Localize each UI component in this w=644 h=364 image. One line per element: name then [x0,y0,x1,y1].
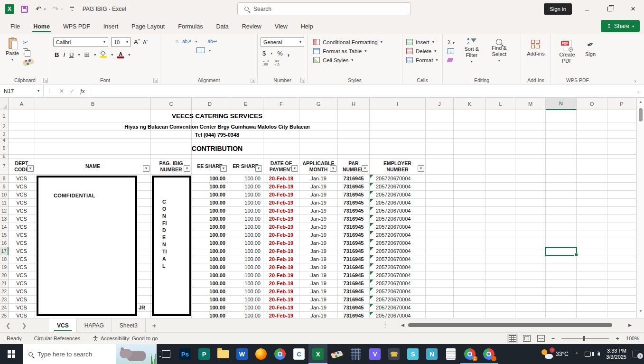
row-header-15[interactable]: 15 [0,231,9,239]
cell-E12[interactable]: 100.00 [228,207,263,215]
cell-G25[interactable]: Jan-19 [299,312,338,318]
cell-K6[interactable] [454,155,486,159]
sheet-tab-hapag[interactable]: HAPAG [77,318,112,332]
cell-G9[interactable]: Jan-19 [299,183,338,191]
bold-button[interactable]: B [55,51,59,58]
taskbar-app-publisher[interactable]: P [195,344,214,364]
cell-O10[interactable] [577,191,607,199]
cell-J24[interactable] [426,304,454,312]
redo-icon[interactable]: ↷ [53,5,59,13]
cell-K24[interactable] [454,304,486,312]
new-sheet-button[interactable]: + [146,318,163,332]
cell-O22[interactable] [577,288,607,296]
zoom-in-button[interactable]: + [616,335,619,342]
cell-B6[interactable] [35,155,151,159]
cell-F15[interactable]: 20-Feb-19 [263,231,299,239]
cell-E18[interactable]: 100.00 [228,255,263,263]
cell-E4[interactable] [228,139,263,142]
row-header-9[interactable]: 9 [0,183,9,191]
cell-I9[interactable]: 205720670004 [370,183,426,191]
cell-P3[interactable] [607,131,636,139]
cell-M11[interactable] [515,199,546,207]
hscroll-right-icon[interactable]: ▶ [628,323,632,327]
taskbar-app-chrome-c[interactable]: C [460,344,479,364]
underline-button[interactable]: U [69,51,74,58]
column-header-K[interactable]: K [454,98,486,110]
header-cell-G7[interactable]: APPLICABLEMONTH▼ [299,159,338,175]
row-header-10[interactable]: 10 [0,191,9,199]
cell-N4[interactable] [546,139,577,142]
cell-M24[interactable] [515,304,546,312]
cell-O15[interactable] [577,231,607,239]
notification-center-icon[interactable]: 1 [633,351,640,357]
cell-N10[interactable] [546,191,577,199]
find-select-button[interactable]: Find & Select▾ [487,37,512,65]
cell-F20[interactable]: 20-Feb-19 [263,271,299,280]
comma-style-button[interactable]: , [288,49,289,57]
sheet-grid[interactable]: ABCDEFGHIJKLMNOP 1234567DEPTCODE▼NAME▼PA… [0,98,644,318]
align-left-button[interactable] [164,49,166,51]
cell-F23[interactable]: 20-Feb-19 [263,296,299,304]
cell-N20[interactable] [546,271,577,280]
column-header-P[interactable]: P [607,98,636,110]
taskbar-app-notepad[interactable]: N [422,344,441,364]
cell-I24[interactable]: 205720670004 [370,304,426,312]
view-page-break-button[interactable] [537,335,545,342]
increase-indent-button[interactable] [187,49,189,51]
cell-O9[interactable] [577,183,607,191]
column-header-L[interactable]: L [486,98,515,110]
cell-A24[interactable]: VCS [9,304,35,312]
cell-E11[interactable]: 100.00 [228,199,263,207]
cell-K17[interactable] [454,247,486,255]
cell-J23[interactable] [426,296,454,304]
format-as-table-button[interactable]: Format as Table▾ [313,48,396,54]
cell-H13[interactable]: 7316945 [338,215,370,223]
cell-E19[interactable]: 100.00 [228,263,263,271]
formula-input[interactable] [89,84,633,97]
cell-A10[interactable]: VCS [9,191,35,199]
cell-C4[interactable] [151,139,192,142]
cell-A2[interactable] [9,122,35,131]
cell-F4[interactable] [263,139,299,142]
cell-I12[interactable]: 205720670004 [370,207,426,215]
copy-button[interactable] [23,48,28,54]
font-size-select[interactable]: 10▾ [111,37,131,47]
tab-wps-pdf[interactable]: WPS PDF [56,20,97,32]
cell-C6[interactable] [151,155,192,159]
borders-button[interactable]: ⊞ [84,51,90,58]
cell-J22[interactable] [426,288,454,296]
cell-O1[interactable] [577,110,607,122]
cell-M7[interactable] [515,159,546,175]
cell-L25[interactable] [486,312,515,318]
cell-D1[interactable] [192,110,228,122]
enter-icon[interactable]: ✓ [70,88,75,94]
cell-H9[interactable]: 7316945 [338,183,370,191]
filter-button-F[interactable]: ▼ [291,165,298,172]
cell-P24[interactable] [607,304,636,312]
cell-I13[interactable]: 205720670004 [370,215,426,223]
cell-G5[interactable] [299,142,338,155]
row-header-12[interactable]: 12 [0,207,9,215]
taskbar-search[interactable]: Type here to search [23,344,157,364]
taskbar-app-dialer[interactable]: ☎ [384,344,403,364]
font-color-chevron-icon[interactable]: ▾ [128,53,130,57]
cell-L19[interactable] [486,263,515,271]
status-accessibility[interactable]: Accessibility: Good to go [93,336,158,341]
hidden-icons-chevron[interactable]: ⌃ [575,352,579,357]
zoom-slider[interactable] [561,338,609,339]
cell-M1[interactable] [515,110,546,122]
cell-E13[interactable]: 100.00 [228,215,263,223]
cell-O13[interactable] [577,215,607,223]
cell-P23[interactable] [607,296,636,304]
cell-G20[interactable]: Jan-19 [299,271,338,280]
cell-F13[interactable]: 20-Feb-19 [263,215,299,223]
cell-F9[interactable]: 20-Feb-19 [263,183,299,191]
sheet-tab-vcs[interactable]: VCS [49,318,77,332]
cell-L4[interactable] [486,139,515,142]
cell-L5[interactable] [486,142,515,155]
cell-I14[interactable]: 205720670004 [370,223,426,231]
cell-L11[interactable] [486,199,515,207]
cell-H2[interactable] [338,122,370,131]
view-normal-button[interactable] [509,335,516,342]
header-cell-A7[interactable]: DEPTCODE▼ [9,159,35,175]
